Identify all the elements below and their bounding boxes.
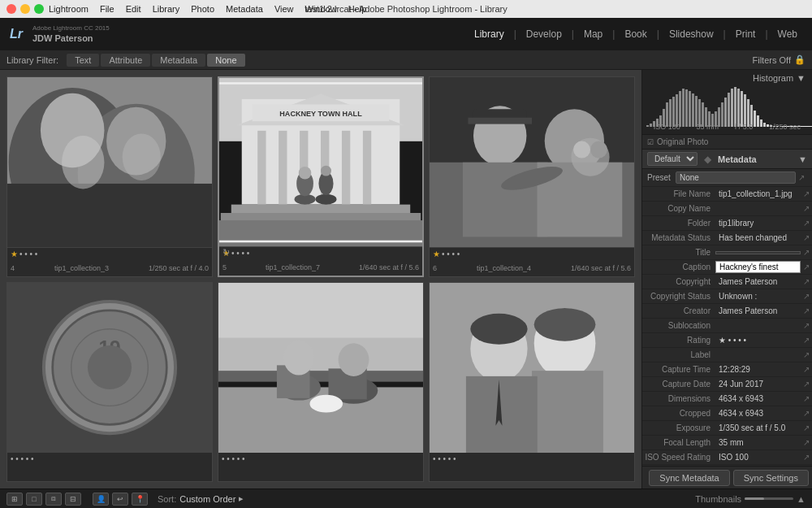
preset-expand-icon[interactable]: ↗ <box>796 172 807 184</box>
meta-icon-title[interactable]: ↗ <box>801 247 812 258</box>
nav-book[interactable]: Book <box>618 25 653 43</box>
menu-file[interactable]: File <box>100 4 114 14</box>
meta-icon-sublocation[interactable]: ↗ <box>801 320 812 332</box>
svg-rect-79 <box>685 89 688 127</box>
nav-web[interactable]: Web <box>771 25 804 43</box>
sort-direction-icon[interactable]: ▸ <box>239 493 244 504</box>
meta-icon-capture-date[interactable]: ↗ <box>801 379 812 390</box>
meta-value-caption[interactable]: Hackney's finest <box>715 261 801 273</box>
rotate-icon-2[interactable]: ↻ <box>222 247 230 258</box>
people-view-button[interactable]: 👤 <box>93 493 109 506</box>
photo-exposure-3: 1/640 sec at f / 5.6 <box>571 264 631 272</box>
menu-metadata[interactable]: Metadata <box>226 4 263 14</box>
nav-print[interactable]: Print <box>729 25 762 43</box>
meta-icon-iso[interactable]: ↗ <box>801 452 812 463</box>
meta-icon-copyright-status[interactable]: ↗ <box>801 291 812 302</box>
filter-metadata[interactable]: Metadata <box>152 54 205 67</box>
meta-icon-copyname[interactable]: ↗ <box>801 203 812 215</box>
filters-lock-icon[interactable]: 🔒 <box>794 54 806 65</box>
thumbnail-size-slider[interactable] <box>745 497 793 500</box>
sync-metadata-button[interactable]: Sync Metadata <box>649 470 729 486</box>
meta-icon-folder[interactable]: ↗ <box>801 218 812 229</box>
nav-map[interactable]: Map <box>577 25 609 43</box>
svg-rect-92 <box>728 93 730 127</box>
meta-value-title[interactable] <box>715 251 801 254</box>
filters-off-label: Filters Off <box>753 55 791 65</box>
meta-icon-exposure[interactable]: ↗ <box>801 423 812 434</box>
meta-icon-focal-length[interactable]: ↗ <box>801 437 812 449</box>
bottom-tools: ⊞ □ ⧈ ⊟ 👤 ↩ 📍 <box>6 493 148 506</box>
maximize-button[interactable] <box>34 4 44 14</box>
nav-library[interactable]: Library <box>468 25 511 43</box>
meta-icon-filename[interactable]: ↗ <box>801 189 812 200</box>
photo-thumb-3 <box>430 77 634 248</box>
filter-none[interactable]: None <box>207 54 244 67</box>
compare-view-button[interactable]: ⧈ <box>45 493 62 506</box>
close-button[interactable] <box>6 4 16 14</box>
photo-info-2: 5 tip1_collection_7 1/640 sec at f / 5.6 <box>219 259 422 276</box>
photo-cell-3[interactable]: ★ • • • • 6 tip1_collection_4 1/640 sec … <box>429 76 635 277</box>
nav-slideshow[interactable]: Slideshow <box>663 25 720 43</box>
preset-row: Preset None ↗ <box>642 169 812 187</box>
loupe-view-button[interactable]: □ <box>26 493 42 506</box>
meta-row-copyright: Copyright James Paterson ↗ <box>642 275 812 289</box>
main-nav: Library | Develop | Map | Book | Slidesh… <box>468 25 804 43</box>
meta-icon-dimensions[interactable]: ↗ <box>801 393 812 405</box>
photo-cell-5[interactable]: • • • • • <box>218 282 424 483</box>
meta-row-filename: File Name tip1_collection_1.jpg ↗ <box>642 187 812 202</box>
filter-text[interactable]: Text <box>67 54 99 67</box>
svg-point-47 <box>88 345 132 389</box>
svg-point-56 <box>339 343 369 376</box>
menu-photo[interactable]: Photo <box>191 4 214 14</box>
meta-value-exposure: 1/350 sec at f / 5.0 <box>715 423 801 433</box>
sort-value[interactable]: Custom Order <box>179 494 235 504</box>
svg-point-65 <box>470 313 527 344</box>
metadata-collapse-icon[interactable]: ▼ <box>798 154 807 164</box>
svg-rect-81 <box>692 93 694 127</box>
photo-info-1: 4 tip1_collection_3 1/250 sec at f / 4.0 <box>7 260 212 276</box>
menu-edit[interactable]: Edit <box>126 4 141 14</box>
meta-value-filename: tip1_collection_1.jpg <box>715 189 801 199</box>
preset-dropdown[interactable]: None <box>676 172 796 184</box>
photo-cell-6[interactable]: • • • • • <box>429 282 635 483</box>
meta-value-dimensions: 4634 x 6943 <box>715 393 801 404</box>
menu-library[interactable]: Library <box>153 4 180 14</box>
menu-help[interactable]: Help <box>348 4 367 14</box>
meta-value-copyright-status: Unknown : <box>715 291 801 302</box>
meta-icon-cropped[interactable]: ↗ <box>801 408 812 419</box>
meta-icon-creator[interactable]: ↗ <box>801 306 812 317</box>
photo-cell-2[interactable]: HACKNEY TOWN HALL <box>218 76 424 277</box>
menu-window[interactable]: Window <box>305 4 337 14</box>
photo-info-5 <box>218 465 423 481</box>
meta-icon-label[interactable]: ↗ <box>801 350 812 361</box>
meta-row-title: Title ↗ <box>642 245 812 260</box>
photo-thumb-4: 19 09 <box>7 283 212 454</box>
meta-icon-rating[interactable]: ↗ <box>801 335 812 346</box>
grid-view-button[interactable]: ⊞ <box>6 493 23 506</box>
photo-stars-6: • • • • • <box>430 453 634 465</box>
photo-cell-4[interactable]: 19 09 • • • • • <box>6 282 213 483</box>
svg-point-39 <box>590 141 607 158</box>
menu-view[interactable]: View <box>274 4 294 14</box>
svg-rect-61 <box>532 371 603 453</box>
filter-attribute[interactable]: Attribute <box>101 54 150 67</box>
meta-icon-capture-time[interactable]: ↗ <box>801 364 812 376</box>
nav-develop[interactable]: Develop <box>520 25 568 43</box>
user-info: Adobe Lightroom CC 2015 JDW Paterson <box>32 24 110 45</box>
photo-cell-1[interactable]: ★ • • • • 4 tip1_collection_3 1/250 sec … <box>6 76 213 277</box>
sync-settings-button[interactable]: Sync Settings <box>733 470 809 486</box>
meta-icon-caption[interactable]: ↗ <box>801 262 812 273</box>
metadata-dropdown[interactable]: Default <box>647 152 698 166</box>
meta-icon-metadata-status[interactable]: ↗ <box>801 232 812 244</box>
thumbnails-expand-icon[interactable]: ▲ <box>797 494 806 504</box>
svg-rect-94 <box>734 87 736 127</box>
rotate-button[interactable]: ↩ <box>112 493 128 506</box>
photo-number-2: 5 <box>222 263 227 271</box>
map-pin-button[interactable]: 📍 <box>132 493 148 506</box>
menu-lightroom[interactable]: Lightroom <box>49 4 89 14</box>
meta-row-focal-length: Focal Length 35 mm ↗ <box>642 436 812 450</box>
minimize-button[interactable] <box>20 4 30 14</box>
survey-view-button[interactable]: ⊟ <box>65 493 81 506</box>
meta-icon-copyright[interactable]: ↗ <box>801 276 812 288</box>
meta-row-copyname: Copy Name ↗ <box>642 202 812 216</box>
